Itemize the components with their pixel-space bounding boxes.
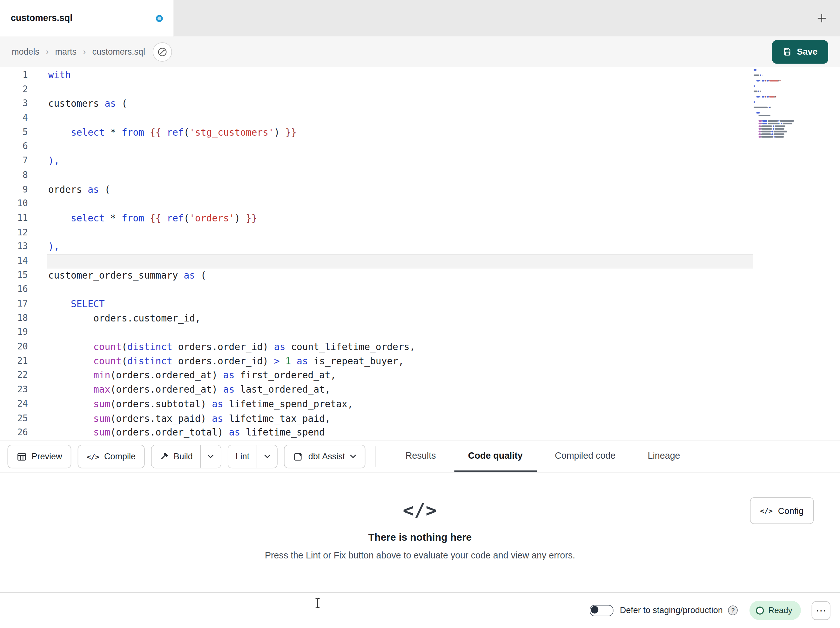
tab-compiled-code[interactable]: Compiled code <box>541 441 630 472</box>
code-line[interactable]: 1with <box>0 68 840 82</box>
breadcrumb-customers-sql[interactable]: customers.sql <box>92 47 145 57</box>
line-number: 16 <box>0 283 28 297</box>
code-editor[interactable]: 1with23customers as (45 select * from {{… <box>0 67 840 441</box>
toggle-knob-icon <box>591 606 598 614</box>
code-line[interactable]: 24 sum(orders.subtotal) as lifetime_spen… <box>0 397 840 411</box>
code-line[interactable]: 10 <box>0 197 840 211</box>
code-lines[interactable]: 1with23customers as (45 select * from {{… <box>0 67 840 440</box>
code-line[interactable]: 23 max(orders.ordered_at) as last_ordere… <box>0 383 840 397</box>
code-line[interactable]: 20 count(distinct orders.order_id) as co… <box>0 340 840 354</box>
code-line[interactable]: 25 sum(orders.tax_paid) as lifetime_tax_… <box>0 411 840 426</box>
code-line[interactable]: 8 <box>0 168 840 182</box>
defer-toggle[interactable] <box>590 605 613 616</box>
code-line[interactable]: 3customers as ( <box>0 96 840 111</box>
code-line[interactable]: 2 <box>0 82 840 96</box>
overflow-menu-button[interactable]: ⋯ <box>812 601 831 620</box>
tab-title: customers.sql <box>11 13 73 24</box>
text-cursor-icon <box>314 597 321 609</box>
build-button-label: Build <box>174 452 193 461</box>
editor-toolbar: Preview </> Compile Build <box>0 441 840 473</box>
breadcrumb-models[interactable]: models <box>12 47 39 57</box>
breadcrumb-marts[interactable]: marts <box>55 47 77 57</box>
build-options-button[interactable] <box>200 445 220 468</box>
line-number: 7 <box>0 154 28 168</box>
line-number: 10 <box>0 197 28 211</box>
new-tab-button[interactable] <box>814 11 829 26</box>
preview-button[interactable]: Preview <box>8 445 71 468</box>
code-line[interactable]: 13), <box>0 239 840 254</box>
unsaved-changes-indicator-icon <box>156 14 163 22</box>
tab-bar-spacer <box>174 0 840 36</box>
ide-status-badge[interactable]: Ready <box>750 601 801 620</box>
breadcrumb-bar: models › marts › customers.sql Save <box>0 36 840 67</box>
line-number: 11 <box>0 211 28 225</box>
code-line[interactable]: 9orders as ( <box>0 182 840 197</box>
code-line[interactable]: 21 count(distinct orders.order_id) > 1 a… <box>0 354 840 369</box>
chevron-down-icon <box>264 454 271 459</box>
code-line[interactable]: 17 SELECT <box>0 297 840 311</box>
code-line[interactable]: 22 min(orders.ordered_at) as first_order… <box>0 369 840 383</box>
config-button[interactable]: </> Config <box>750 497 814 524</box>
code-line[interactable]: 5 select * from {{ ref('stg_customers') … <box>0 125 840 139</box>
code-line[interactable]: 16 <box>0 283 840 297</box>
dbt-assist-button[interactable]: dbt Assist <box>284 445 366 468</box>
build-button[interactable]: Build <box>152 445 201 468</box>
code-quality-panel: </> There is nothing here Press the Lint… <box>0 473 840 592</box>
line-number: 20 <box>0 340 28 354</box>
breadcrumb: models › marts › customers.sql <box>12 47 145 57</box>
lint-button-label: Lint <box>236 452 249 461</box>
code-line[interactable]: 11 select * from {{ ref('orders') }} <box>0 211 840 225</box>
breadcrumb-separator: › <box>83 47 86 57</box>
code-line[interactable]: 6 <box>0 139 840 154</box>
save-button[interactable]: Save <box>772 40 828 63</box>
status-bar-right: Defer to staging/production ? Ready ⋯ <box>590 601 830 620</box>
line-number: 14 <box>0 254 28 268</box>
tab-results[interactable]: Results <box>392 441 450 472</box>
minimap[interactable] <box>754 69 802 138</box>
hammer-icon <box>159 452 169 461</box>
line-number: 4 <box>0 111 28 125</box>
tab-customers-sql[interactable]: customers.sql <box>0 0 174 36</box>
line-number: 24 <box>0 397 28 411</box>
help-icon[interactable]: ? <box>728 606 738 615</box>
empty-state-title: There is nothing here <box>0 532 840 543</box>
compile-button[interactable]: </> Compile <box>77 445 145 468</box>
tab-lineage[interactable]: Lineage <box>634 441 694 472</box>
build-split-button: Build <box>151 445 221 468</box>
tab-code-quality[interactable]: Code quality <box>454 441 537 472</box>
code-line[interactable]: 15customer_orders_summary as ( <box>0 268 840 282</box>
sparkle-square-icon <box>293 451 303 462</box>
plus-icon <box>816 13 827 24</box>
line-number: 5 <box>0 125 28 139</box>
code-brackets-icon: </> <box>760 507 773 515</box>
lineage-shortcut-button[interactable] <box>153 42 172 61</box>
dbt-assist-button-label: dbt Assist <box>308 452 345 461</box>
code-line[interactable]: 12 <box>0 225 840 239</box>
lint-options-button[interactable] <box>257 445 277 468</box>
code-line[interactable]: 7), <box>0 154 840 168</box>
code-line[interactable]: 18 orders.customer_id, <box>0 311 840 326</box>
code-line[interactable]: 14 <box>0 254 840 268</box>
save-button-label: Save <box>797 47 818 57</box>
lineage-icon <box>157 46 168 57</box>
line-number: 15 <box>0 268 28 282</box>
ide-status-label: Ready <box>768 606 793 615</box>
line-number: 13 <box>0 239 28 254</box>
code-line[interactable]: 26 sum(orders.order_total) as lifetime_s… <box>0 426 840 440</box>
chevron-down-icon <box>207 454 214 459</box>
lint-button[interactable]: Lint <box>228 445 257 468</box>
line-number: 3 <box>0 96 28 111</box>
status-circle-icon <box>756 606 764 614</box>
compile-button-label: Compile <box>104 452 136 461</box>
code-brackets-icon: </> <box>87 452 99 460</box>
line-number: 2 <box>0 82 28 96</box>
code-line[interactable]: 4 <box>0 111 840 125</box>
line-number: 19 <box>0 326 28 340</box>
code-line[interactable]: 19 <box>0 326 840 340</box>
table-icon <box>16 451 27 462</box>
line-number: 1 <box>0 68 28 82</box>
line-number: 21 <box>0 354 28 369</box>
editor-tab-bar: customers.sql <box>0 0 840 36</box>
config-button-label: Config <box>778 506 804 516</box>
defer-label: Defer to staging/production <box>620 606 723 615</box>
